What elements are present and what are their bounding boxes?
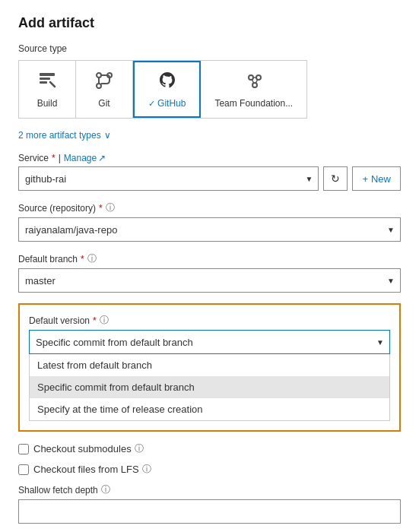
git-label: Git (98, 98, 110, 109)
checkout-submodules-label: Checkout submodules ⓘ (33, 442, 144, 455)
source-field-label: Source (repository) * ⓘ (18, 201, 401, 214)
svg-rect-0 (40, 73, 55, 76)
svg-point-5 (97, 84, 101, 88)
source-field-section: Source (repository) * ⓘ raiyanalam/java-… (18, 201, 401, 242)
default-version-dropdown: Specific commit from default branch ▼ La… (29, 330, 390, 421)
svg-point-3 (97, 73, 101, 78)
service-new-button[interactable]: + New (352, 166, 401, 191)
manage-label-text: Manage (64, 153, 97, 163)
service-refresh-button[interactable]: ↻ (323, 166, 348, 191)
version-required-star: * (93, 315, 97, 326)
default-version-dropdown-list: Latest from default branch Specific comm… (29, 354, 390, 421)
version-option-specify[interactable]: Specify at the time of release creation (30, 398, 389, 420)
checkout-lfs-checkbox[interactable] (18, 464, 29, 475)
more-artifact-chevron: ∨ (104, 130, 111, 141)
default-version-select[interactable]: Specific commit from default branch (29, 330, 390, 354)
new-button-plus-icon: + (362, 173, 368, 185)
shallow-fetch-input[interactable] (18, 499, 401, 524)
service-required-star: * (52, 153, 56, 163)
github-label: ✓ GitHub (148, 98, 186, 109)
checkout-lfs-row: Checkout files from LFS ⓘ (18, 463, 401, 476)
add-artifact-panel: Add artifact Source type Build (0, 0, 419, 532)
svg-rect-1 (40, 78, 50, 80)
source-type-section: Source type Build (18, 43, 401, 119)
svg-point-8 (252, 83, 257, 87)
branch-info-icon[interactable]: ⓘ (87, 252, 97, 265)
source-type-buttons: Build Git (18, 60, 307, 119)
source-type-github-button[interactable]: ✓ GitHub (133, 61, 201, 118)
checkout-submodules-row: Checkout submodules ⓘ (18, 442, 401, 455)
panel-title: Add artifact (18, 15, 401, 31)
default-branch-select[interactable]: master (18, 268, 401, 293)
source-type-label: Source type (18, 43, 401, 54)
checkout-lfs-info-icon[interactable]: ⓘ (142, 463, 151, 476)
more-artifact-link[interactable]: 2 more artifact types ∨ (18, 130, 111, 141)
git-icon (94, 70, 115, 94)
default-branch-label: Default branch * ⓘ (18, 252, 401, 265)
default-branch-label-text: Default branch (18, 254, 78, 264)
more-artifact-label: 2 more artifact types (18, 130, 101, 141)
default-version-label: Default version * ⓘ (29, 314, 390, 327)
version-option-specific[interactable]: Specific commit from default branch (30, 376, 389, 398)
version-option-latest[interactable]: Latest from default branch (30, 354, 389, 376)
default-branch-select-wrapper: master ▼ (18, 268, 401, 293)
default-version-container: Default version * ⓘ Specific commit from… (18, 303, 401, 432)
shallow-fetch-section: Shallow fetch depth ⓘ (18, 483, 401, 524)
service-separator: | (59, 153, 61, 163)
shallow-fetch-label: Shallow fetch depth ⓘ (18, 483, 401, 496)
source-select-wrapper: raiyanalam/java-repo ▼ (18, 217, 401, 242)
svg-point-6 (249, 75, 253, 80)
github-icon (157, 70, 178, 94)
service-field-section: Service * | Manage ↗ github-rai ▼ ↻ + Ne… (18, 153, 401, 191)
service-field-label: Service * | Manage ↗ (18, 153, 401, 163)
source-select[interactable]: raiyanalam/java-repo (18, 217, 401, 242)
checkout-lfs-label: Checkout files from LFS ⓘ (33, 463, 151, 476)
service-select-wrapper: github-rai ▼ (18, 166, 319, 191)
build-label: Build (37, 98, 58, 109)
branch-required-star: * (81, 254, 84, 264)
svg-point-7 (256, 75, 261, 80)
build-icon (37, 70, 58, 94)
source-info-icon[interactable]: ⓘ (106, 201, 115, 214)
manage-external-icon: ↗ (98, 153, 106, 163)
source-label-text: Source (repository) (18, 203, 96, 214)
source-type-build-button[interactable]: Build (19, 61, 76, 118)
source-type-tf-button[interactable]: Team Foundation... (201, 61, 306, 118)
shallow-fetch-info-icon[interactable]: ⓘ (101, 483, 110, 496)
default-branch-section: Default branch * ⓘ master ▼ (18, 252, 401, 293)
manage-link[interactable]: Manage ↗ (64, 153, 106, 163)
source-required-star: * (99, 203, 103, 214)
source-type-git-button[interactable]: Git (76, 61, 133, 118)
checkout-submodules-checkbox[interactable] (18, 444, 29, 454)
refresh-icon: ↻ (331, 173, 340, 185)
default-version-label-text: Default version (29, 315, 90, 326)
tf-label: Team Foundation... (214, 98, 293, 109)
team-foundation-icon (243, 70, 265, 94)
service-label-text: Service (18, 153, 49, 163)
svg-rect-2 (40, 81, 47, 84)
default-version-select-wrapper: Specific commit from default branch ▼ (29, 330, 390, 354)
service-select[interactable]: github-rai (18, 166, 319, 191)
version-info-icon[interactable]: ⓘ (100, 314, 109, 327)
new-button-label: New (371, 173, 391, 185)
service-row: github-rai ▼ ↻ + New (18, 166, 401, 191)
checkout-submodules-info-icon[interactable]: ⓘ (135, 442, 144, 455)
